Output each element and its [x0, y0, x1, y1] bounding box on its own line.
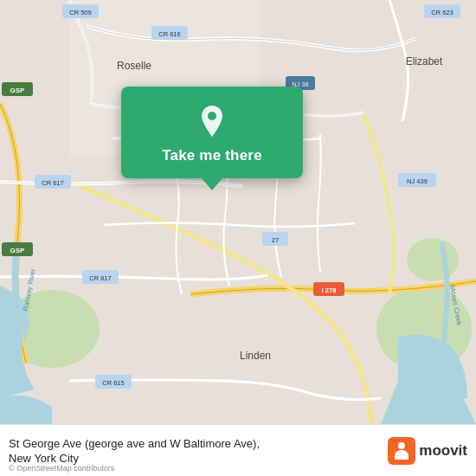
- svg-text:CR 617: CR 617: [42, 179, 63, 187]
- svg-text:Linden: Linden: [240, 350, 271, 362]
- svg-text:27: 27: [272, 236, 279, 244]
- svg-text:CR 623: CR 623: [431, 9, 453, 16]
- svg-text:GSP: GSP: [10, 247, 26, 254]
- svg-text:CR 617: CR 617: [89, 274, 111, 282]
- svg-text:Elizabet: Elizabet: [406, 55, 443, 68]
- svg-text:NJ 439: NJ 439: [407, 177, 428, 185]
- location-popup[interactable]: Take me there: [121, 87, 303, 178]
- svg-text:I 278: I 278: [322, 286, 337, 294]
- footer: © OpenStreetMap contributors St George A…: [0, 424, 476, 476]
- svg-point-35: [208, 112, 216, 120]
- address-line2: New York City: [9, 452, 260, 465]
- svg-text:GSP: GSP: [10, 87, 26, 94]
- svg-text:CR 615: CR 615: [102, 379, 124, 387]
- svg-text:CR 509: CR 509: [69, 9, 91, 16]
- map-container: GSP GSP CR 509 CR 616 CR 617 CR 617 CR 6…: [0, 0, 476, 424]
- moovit-icon: [388, 437, 415, 465]
- take-me-there-label: Take me there: [162, 147, 262, 164]
- moovit-text: moovit: [419, 442, 467, 460]
- svg-point-3: [407, 238, 459, 281]
- svg-text:CR 616: CR 616: [158, 30, 180, 38]
- footer-address-block: © OpenStreetMap contributors St George A…: [9, 436, 260, 465]
- moovit-logo: moovit: [388, 437, 467, 465]
- osm-credit: © OpenStreetMap contributors: [9, 464, 114, 473]
- map-roads: GSP GSP CR 509 CR 616 CR 617 CR 617 CR 6…: [0, 0, 476, 424]
- location-pin-icon: [193, 102, 231, 140]
- svg-point-37: [398, 442, 405, 449]
- address-line1: St George Ave (george ave and W Baltimor…: [9, 436, 260, 452]
- svg-text:Roselle: Roselle: [117, 60, 151, 72]
